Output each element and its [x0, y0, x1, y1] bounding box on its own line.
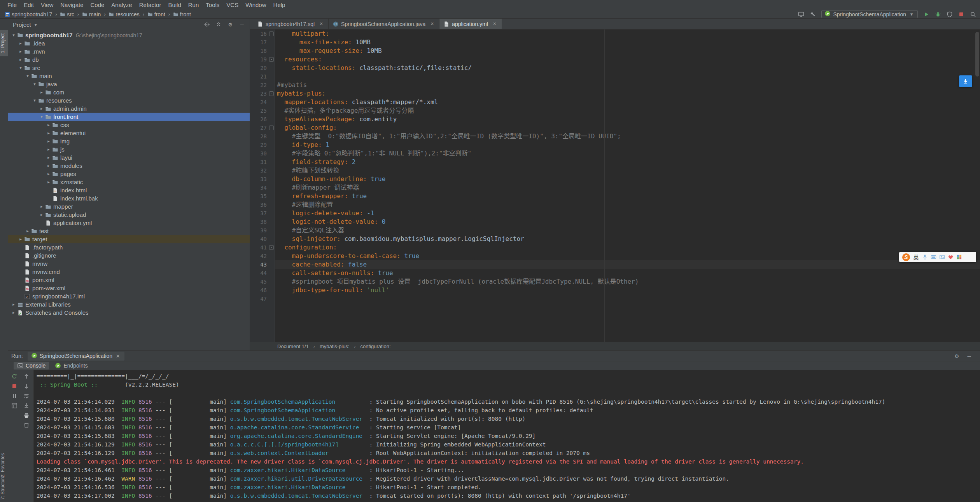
menu-item-run[interactable]: Run — [185, 0, 203, 10]
hide-icon[interactable]: ─ — [966, 353, 972, 359]
tree-item-xznstatic[interactable]: ▸xznstatic — [8, 178, 250, 186]
editor-scrollbar[interactable] — [975, 32, 979, 77]
close-tab-icon[interactable]: ✕ — [492, 21, 498, 27]
rerun-icon[interactable] — [11, 373, 18, 380]
search-icon[interactable] — [970, 11, 976, 17]
code-line[interactable]: multipart: — [275, 30, 980, 38]
tree-item-layui[interactable]: ▸layui — [8, 153, 250, 162]
menu-item-file[interactable]: File — [4, 0, 20, 10]
tree-item-com[interactable]: ▸com — [8, 88, 250, 96]
code-line[interactable]: call-setters-on-nulls: true — [275, 269, 980, 277]
ime-language-mode[interactable]: 英 — [913, 253, 919, 261]
chevron-right-icon[interactable]: ▸ — [18, 237, 24, 242]
chevron-right-icon[interactable]: ▸ — [46, 155, 52, 160]
clear-icon[interactable] — [23, 422, 30, 428]
locate-icon[interactable] — [204, 21, 210, 28]
tree-item-mvn[interactable]: ▸.mvn — [8, 47, 250, 56]
chevron-right-icon[interactable]: ▸ — [38, 212, 45, 217]
code-line[interactable]: max-request-size: 10MB — [275, 47, 980, 55]
tree-item-js[interactable]: ▸js — [8, 145, 250, 153]
menu-item-edit[interactable]: Edit — [20, 0, 37, 10]
tree-item-mapper[interactable]: ▸mapper — [8, 202, 250, 211]
console-line[interactable]: Loading class `com.mysql.jdbc.Driver'. T… — [37, 457, 980, 466]
chevron-down-icon[interactable]: ▾ — [32, 82, 38, 87]
chevron-right-icon[interactable]: ▸ — [46, 139, 52, 144]
console-line[interactable]: 2024-07-03 21:54:17.002 INFO 8516 --- [ … — [37, 492, 980, 500]
tree-item-scratches-and-consoles[interactable]: ▸Scratches and Consoles — [8, 309, 250, 317]
code-line[interactable]: sql-injector: com.baomidou.mybatisplus.m… — [275, 235, 980, 243]
code-line[interactable]: id-type: 1 — [275, 141, 980, 149]
code-line[interactable]: logic-delete-value: -1 — [275, 209, 980, 218]
console-line[interactable]: 2024-07-03 21:54:15.683 INFO 8516 --- [ … — [37, 423, 980, 432]
editor[interactable]: 16-171819-20212223-24252627-282930313233… — [250, 30, 980, 342]
fold-marker[interactable]: - — [269, 57, 274, 62]
chevron-down-icon[interactable]: ▾ — [24, 73, 31, 78]
fold-marker[interactable]: - — [269, 245, 274, 250]
debug-icon[interactable] — [935, 11, 941, 17]
menu-item-window[interactable]: Window — [242, 0, 270, 10]
tree-item-pages[interactable]: ▸pages — [8, 170, 250, 178]
console-line[interactable]: 2024-07-03 21:54:16.462 WARN 8516 --- [ … — [37, 474, 980, 483]
chevron-right-icon[interactable]: ▸ — [46, 131, 52, 136]
tree-item-index-html[interactable]: <>index.html — [8, 186, 250, 194]
code-line[interactable]: jdbc-type-for-null: 'null' — [275, 286, 980, 295]
console-line[interactable]: 2024-07-03 21:54:16.536 INFO 8516 --- [ … — [37, 483, 980, 492]
menu-item-vcs[interactable]: VCS — [223, 0, 242, 10]
editor-breadcrumb-item[interactable]: Document 1/1 — [277, 343, 309, 349]
breadcrumb-item-front-5[interactable]: front — [172, 11, 192, 17]
chevron-right-icon[interactable]: ▸ — [38, 90, 45, 95]
code-line[interactable]: refresh-mapper: true — [275, 192, 980, 200]
up-stack-icon[interactable] — [23, 373, 30, 380]
console-line[interactable]: 2024-07-03 21:54:16.129 INFO 8516 --- [ … — [37, 440, 980, 449]
code-line[interactable]: mapper-locations: classpath*:mapper/*.xm… — [275, 98, 980, 106]
menu-item-help[interactable]: Help — [270, 0, 289, 10]
coverage-icon[interactable] — [947, 11, 953, 17]
editor-tab-springbootschemaapplication-java[interactable]: CSpringbootSchemaApplication.java✕ — [329, 19, 439, 29]
hammer-icon[interactable] — [810, 11, 816, 17]
chevron-right-icon[interactable]: ▸ — [38, 204, 45, 209]
breadcrumb-item-springbootn4h17-0[interactable]: springbootn4h17 — [4, 11, 53, 17]
tree-item-modules[interactable]: ▸modules — [8, 162, 250, 170]
console-line[interactable]: 2024-07-03 21:54:15.680 INFO 8516 --- [ … — [37, 415, 980, 423]
chevron-right-icon[interactable]: ▸ — [10, 302, 17, 307]
fold-marker[interactable]: - — [269, 126, 274, 130]
chevron-right-icon[interactable]: ▸ — [46, 171, 52, 176]
code-line[interactable]: #字段策略 0:"忽略判断",1:"非 NULL 判断"),2:"非空判断" — [275, 149, 980, 158]
tree-item-front-front[interactable]: ▾front.front — [8, 113, 250, 121]
code-line[interactable] — [275, 295, 980, 303]
menu-item-refactor[interactable]: Refactor — [136, 0, 165, 10]
console-line[interactable]: 2024-07-03 21:54:16.129 INFO 8516 --- [ … — [37, 449, 980, 457]
menu-item-analyze[interactable]: Analyze — [108, 0, 135, 10]
mic-icon[interactable] — [922, 254, 928, 260]
project-panel-title[interactable]: Project ▾ — [13, 21, 39, 28]
menu-item-navigate[interactable]: Navigate — [57, 0, 87, 10]
chevron-right-icon[interactable]: ▸ — [18, 49, 24, 54]
tree-item-target[interactable]: ▸target — [8, 235, 250, 243]
code-line[interactable]: #实体扫描，多个package用逗号或者分号分隔 — [275, 106, 980, 115]
menu-item-tools[interactable]: Tools — [202, 0, 223, 10]
down-stack-icon[interactable] — [23, 383, 30, 389]
code-line[interactable]: #刷新mapper 调试神器 — [275, 183, 980, 192]
code-line[interactable]: max-file-size: 10MB — [275, 38, 980, 47]
tree-item-elementui[interactable]: ▸elementui — [8, 129, 250, 137]
code-line[interactable]: map-underscore-to-camel-case: true — [275, 252, 980, 260]
code-line[interactable]: typeAliasesPackage: com.entity — [275, 115, 980, 124]
console-line[interactable]: =========|_|==============|___/=/_/_/_/ — [37, 372, 980, 380]
chevron-down-icon[interactable]: ▾ — [10, 33, 17, 38]
tree-item-admin-admin[interactable]: ▸admin.admin — [8, 105, 250, 113]
close-tab-icon[interactable]: ✕ — [429, 21, 435, 27]
console-output[interactable]: =========|_|==============|___/=/_/_/_/ … — [34, 370, 980, 502]
breadcrumb-item-front-4[interactable]: front — [147, 11, 166, 17]
view-tab-console[interactable]: Console — [14, 362, 49, 370]
console-line[interactable] — [37, 389, 980, 397]
hide-icon[interactable]: ─ — [239, 21, 245, 28]
tree-item-main[interactable]: ▾main — [8, 72, 250, 80]
console-line[interactable]: 2024-07-03 21:54:15.683 INFO 8516 --- [ … — [37, 432, 980, 440]
tree-item-application-yml[interactable]: application.yml — [8, 219, 250, 227]
editor-breadcrumb-item[interactable]: configuration: — [360, 343, 391, 349]
code-line[interactable]: logic-not-delete-value: 0 — [275, 218, 980, 226]
chevron-right-icon[interactable]: ▸ — [18, 41, 24, 46]
keyboard-icon[interactable] — [931, 254, 936, 260]
soft-wrap-icon[interactable] — [23, 393, 30, 399]
code-line[interactable]: mybatis-plus: — [275, 89, 980, 98]
